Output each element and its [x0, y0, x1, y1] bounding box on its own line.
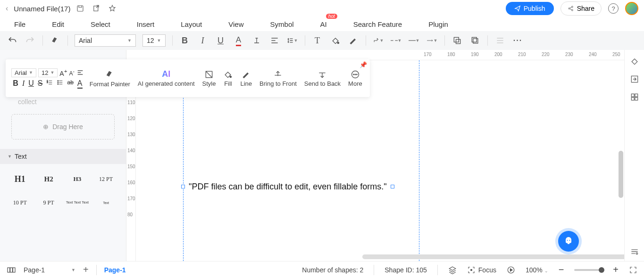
float-underline-icon[interactable]: U	[28, 79, 34, 89]
more-button[interactable]: More	[344, 70, 366, 87]
dash-line-icon[interactable]: ▼	[391, 35, 402, 46]
back-icon[interactable]: ‹	[6, 4, 8, 13]
italic-icon[interactable]: I	[197, 35, 209, 46]
settings-list-icon[interactable]	[630, 247, 639, 256]
zoom-out-icon[interactable]: −	[559, 264, 564, 275]
float-bold-icon[interactable]: B	[13, 79, 18, 89]
menu-layout[interactable]: Layout	[181, 20, 202, 28]
preset-9pt[interactable]: 9 PT	[35, 192, 62, 213]
status-bar: Page-1▼ + Page-1 Number of shapes: 2 Sha…	[0, 261, 644, 278]
page-selector[interactable]: Page-1▼	[24, 266, 75, 274]
numbered-list-icon[interactable]: 12	[46, 79, 53, 89]
star-icon[interactable]	[108, 4, 117, 13]
pin-icon[interactable]: 📌	[360, 61, 367, 68]
more-icon[interactable]: ···	[512, 35, 524, 46]
bold-icon[interactable]: B	[179, 35, 191, 46]
float-align-icon[interactable]	[76, 69, 84, 76]
export-panel-icon[interactable]	[630, 74, 639, 84]
underline-icon[interactable]: U	[215, 35, 226, 46]
layers-icon[interactable]	[448, 266, 457, 274]
solid-line-icon[interactable]: ▼	[409, 35, 420, 46]
save-icon[interactable]	[76, 4, 84, 13]
arrow-style-icon[interactable]: ▼	[427, 35, 438, 46]
svg-rect-31	[13, 268, 15, 272]
share-button[interactable]: Share	[560, 1, 602, 16]
line-spacing-icon[interactable]: ▼	[287, 35, 298, 46]
float-italic-icon[interactable]: I	[22, 79, 25, 89]
menu-view[interactable]: View	[228, 20, 243, 28]
bring-front-button[interactable]: Bring to Front	[256, 70, 301, 87]
text-section-header[interactable]: ▼Text	[0, 149, 126, 164]
zoom-slider[interactable]	[574, 269, 602, 271]
send-back-button[interactable]: Send to Back	[301, 70, 344, 87]
increase-font-icon[interactable]: A+	[59, 68, 67, 77]
menu-symbol[interactable]: Symbol	[270, 20, 294, 28]
chat-assistant-icon[interactable]	[558, 231, 579, 252]
menu-search[interactable]: Search Feature	[353, 20, 402, 28]
zoom-in-icon[interactable]: +	[613, 264, 619, 275]
layer-icon[interactable]	[469, 35, 481, 46]
menu-insert[interactable]: Insert	[137, 20, 155, 28]
publish-button[interactable]: Publish	[506, 2, 554, 15]
menu-ai[interactable]: AIhot	[320, 20, 327, 28]
format-painter-icon[interactable]	[50, 35, 61, 46]
format-clear-icon[interactable]: ab	[67, 79, 73, 89]
preset-h2[interactable]: H2	[35, 169, 62, 189]
format-painter-button[interactable]: Format Painter	[86, 69, 134, 88]
bullet-list-icon[interactable]	[57, 79, 63, 89]
handle-left[interactable]	[181, 185, 185, 188]
vertical-scrollbar[interactable]	[619, 151, 623, 198]
menu-select[interactable]: Select	[91, 20, 110, 28]
text-box[interactable]: "PDF files can be difficult to edit, eve…	[189, 182, 387, 192]
zoom-level[interactable]: 100% ⌄	[526, 266, 548, 274]
menu-file[interactable]: File	[14, 20, 25, 28]
preset-h1[interactable]: H1	[7, 169, 33, 189]
decrease-font-icon[interactable]: A-	[69, 69, 74, 77]
play-icon[interactable]	[507, 266, 515, 274]
align-icon[interactable]	[269, 35, 280, 46]
redo-icon[interactable]	[25, 35, 36, 46]
size-select[interactable]: 12▼	[142, 34, 166, 47]
guide-right[interactable]	[419, 60, 419, 261]
avatar[interactable]	[625, 2, 638, 15]
undo-icon[interactable]	[7, 35, 18, 46]
text-effect-icon[interactable]	[251, 35, 262, 46]
group-icon[interactable]	[452, 35, 463, 46]
page-tab[interactable]: Page-1	[104, 266, 126, 274]
file-name[interactable]: Unnamed File(17)	[14, 5, 70, 13]
fill-button[interactable]: Fill	[219, 70, 236, 87]
preset-tiny[interactable]: Text	[92, 192, 119, 213]
help-icon[interactable]: ?	[608, 3, 619, 14]
menu-edit[interactable]: Edit	[52, 20, 64, 28]
handle-right[interactable]	[391, 185, 394, 188]
connector-icon[interactable]: ▼	[373, 35, 384, 46]
text-icon[interactable]: T	[312, 35, 323, 46]
preset-12pt[interactable]: 12 PT	[92, 169, 119, 189]
fill-icon[interactable]	[330, 35, 341, 46]
preset-multi[interactable]: Text Text Text	[64, 192, 91, 213]
menu-plugin[interactable]: Plugin	[428, 20, 448, 28]
float-size-select[interactable]: 12▼	[38, 68, 58, 77]
drag-here-zone[interactable]: ⊕ Drag Here	[11, 114, 115, 139]
distribute-icon[interactable]	[494, 35, 506, 46]
float-font-color-icon[interactable]: A	[77, 79, 83, 89]
paint-icon[interactable]	[630, 57, 639, 66]
svg-point-27	[567, 240, 568, 241]
pages-icon[interactable]	[7, 266, 16, 274]
line-button[interactable]: Line	[236, 70, 256, 87]
style-button[interactable]: Style	[199, 70, 220, 87]
float-font-select[interactable]: Arial▼	[11, 68, 36, 77]
export-icon[interactable]	[92, 4, 100, 13]
line-color-icon[interactable]	[348, 35, 359, 46]
horizontal-scrollbar[interactable]	[362, 254, 624, 259]
preset-10pt[interactable]: 10 PT	[7, 192, 33, 213]
font-color-icon[interactable]: A	[233, 35, 244, 46]
font-select[interactable]: Arial▼	[75, 34, 136, 47]
grid-icon[interactable]	[630, 92, 639, 102]
float-strike-icon[interactable]: S	[38, 79, 43, 89]
focus-button[interactable]: Focus	[467, 266, 496, 274]
preset-h3[interactable]: H3	[64, 169, 91, 189]
ai-content-button[interactable]: AI AI generated content	[134, 69, 199, 87]
add-page-button[interactable]: +	[83, 264, 89, 275]
fullscreen-icon[interactable]	[629, 266, 637, 274]
